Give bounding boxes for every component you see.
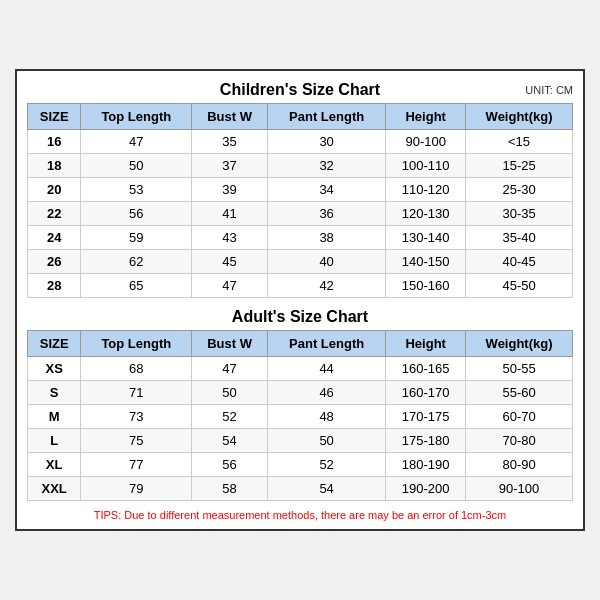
table-cell: 56 bbox=[81, 202, 192, 226]
table-cell: 50 bbox=[81, 154, 192, 178]
table-cell: <15 bbox=[466, 130, 573, 154]
children-col-size: SIZE bbox=[28, 104, 81, 130]
table-cell: 37 bbox=[192, 154, 268, 178]
adults-col-top-length: Top Length bbox=[81, 331, 192, 357]
table-cell: 43 bbox=[192, 226, 268, 250]
children-table: SIZE Top Length Bust W Pant Length Heigh… bbox=[27, 103, 573, 298]
table-cell: 190-200 bbox=[386, 477, 466, 501]
table-cell: 120-130 bbox=[386, 202, 466, 226]
table-cell: 180-190 bbox=[386, 453, 466, 477]
unit-label: UNIT: CM bbox=[525, 84, 573, 96]
table-cell: 42 bbox=[267, 274, 385, 298]
table-cell: 30 bbox=[267, 130, 385, 154]
table-cell: 52 bbox=[267, 453, 385, 477]
table-cell: 62 bbox=[81, 250, 192, 274]
table-cell: XXL bbox=[28, 477, 81, 501]
table-cell: 73 bbox=[81, 405, 192, 429]
table-cell: 30-35 bbox=[466, 202, 573, 226]
table-cell: 47 bbox=[81, 130, 192, 154]
children-title: Children's Size Chart bbox=[220, 81, 380, 99]
table-row: 22564136120-13030-35 bbox=[28, 202, 573, 226]
table-cell: 36 bbox=[267, 202, 385, 226]
adults-title: Adult's Size Chart bbox=[232, 308, 368, 326]
table-cell: S bbox=[28, 381, 81, 405]
table-cell: 22 bbox=[28, 202, 81, 226]
table-cell: 40-45 bbox=[466, 250, 573, 274]
table-cell: 26 bbox=[28, 250, 81, 274]
table-row: XS684744160-16550-55 bbox=[28, 357, 573, 381]
table-cell: XL bbox=[28, 453, 81, 477]
chart-container: Children's Size Chart UNIT: CM SIZE Top … bbox=[15, 69, 585, 531]
table-cell: 25-30 bbox=[466, 178, 573, 202]
children-col-bust-w: Bust W bbox=[192, 104, 268, 130]
table-cell: 100-110 bbox=[386, 154, 466, 178]
table-cell: 50 bbox=[192, 381, 268, 405]
table-row: 20533934110-12025-30 bbox=[28, 178, 573, 202]
table-cell: 34 bbox=[267, 178, 385, 202]
table-cell: L bbox=[28, 429, 81, 453]
table-cell: 40 bbox=[267, 250, 385, 274]
table-cell: 18 bbox=[28, 154, 81, 178]
table-cell: 47 bbox=[192, 357, 268, 381]
table-cell: 175-180 bbox=[386, 429, 466, 453]
table-cell: 35 bbox=[192, 130, 268, 154]
table-cell: 130-140 bbox=[386, 226, 466, 250]
table-cell: 160-165 bbox=[386, 357, 466, 381]
table-cell: 55-60 bbox=[466, 381, 573, 405]
table-cell: 32 bbox=[267, 154, 385, 178]
table-cell: 53 bbox=[81, 178, 192, 202]
adults-col-size: SIZE bbox=[28, 331, 81, 357]
adults-header-row: SIZE Top Length Bust W Pant Length Heigh… bbox=[28, 331, 573, 357]
adults-title-row: Adult's Size Chart bbox=[27, 308, 573, 326]
table-cell: 60-70 bbox=[466, 405, 573, 429]
table-row: 24594338130-14035-40 bbox=[28, 226, 573, 250]
table-cell: 28 bbox=[28, 274, 81, 298]
table-cell: 39 bbox=[192, 178, 268, 202]
table-cell: 45-50 bbox=[466, 274, 573, 298]
table-cell: 77 bbox=[81, 453, 192, 477]
table-cell: 46 bbox=[267, 381, 385, 405]
table-cell: 50 bbox=[267, 429, 385, 453]
table-cell: 20 bbox=[28, 178, 81, 202]
table-cell: 58 bbox=[192, 477, 268, 501]
table-cell: 54 bbox=[192, 429, 268, 453]
table-row: 1647353090-100<15 bbox=[28, 130, 573, 154]
table-cell: M bbox=[28, 405, 81, 429]
table-cell: 47 bbox=[192, 274, 268, 298]
table-cell: 45 bbox=[192, 250, 268, 274]
adults-col-weight: Weight(kg) bbox=[466, 331, 573, 357]
table-row: 26624540140-15040-45 bbox=[28, 250, 573, 274]
table-cell: 90-100 bbox=[386, 130, 466, 154]
table-cell: 52 bbox=[192, 405, 268, 429]
table-cell: 50-55 bbox=[466, 357, 573, 381]
table-cell: 79 bbox=[81, 477, 192, 501]
table-cell: 65 bbox=[81, 274, 192, 298]
children-col-pant-length: Pant Length bbox=[267, 104, 385, 130]
table-row: 28654742150-16045-50 bbox=[28, 274, 573, 298]
table-cell: 71 bbox=[81, 381, 192, 405]
table-cell: 59 bbox=[81, 226, 192, 250]
children-col-top-length: Top Length bbox=[81, 104, 192, 130]
table-row: 18503732100-11015-25 bbox=[28, 154, 573, 178]
children-header-row: SIZE Top Length Bust W Pant Length Heigh… bbox=[28, 104, 573, 130]
table-cell: 44 bbox=[267, 357, 385, 381]
table-cell: 24 bbox=[28, 226, 81, 250]
table-row: XL775652180-19080-90 bbox=[28, 453, 573, 477]
table-cell: 170-175 bbox=[386, 405, 466, 429]
table-cell: 41 bbox=[192, 202, 268, 226]
children-col-weight: Weight(kg) bbox=[466, 104, 573, 130]
table-cell: 110-120 bbox=[386, 178, 466, 202]
table-cell: 75 bbox=[81, 429, 192, 453]
table-cell: 68 bbox=[81, 357, 192, 381]
table-cell: 70-80 bbox=[466, 429, 573, 453]
table-cell: 150-160 bbox=[386, 274, 466, 298]
children-title-row: Children's Size Chart UNIT: CM bbox=[27, 81, 573, 99]
adults-col-height: Height bbox=[386, 331, 466, 357]
adults-col-pant-length: Pant Length bbox=[267, 331, 385, 357]
table-cell: 140-150 bbox=[386, 250, 466, 274]
adults-col-bust-w: Bust W bbox=[192, 331, 268, 357]
tips-text: TIPS: Due to different measurement metho… bbox=[27, 509, 573, 521]
adults-table: SIZE Top Length Bust W Pant Length Heigh… bbox=[27, 330, 573, 501]
table-row: L755450175-18070-80 bbox=[28, 429, 573, 453]
table-cell: 15-25 bbox=[466, 154, 573, 178]
